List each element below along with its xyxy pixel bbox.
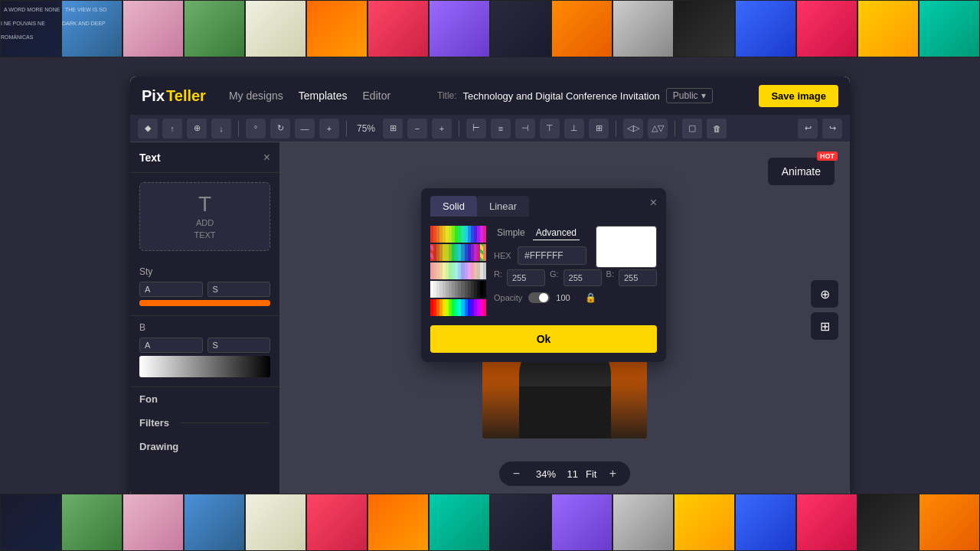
bg-gradient-preview — [139, 356, 270, 377]
strip-thumb: THE VIEW IS SO DARK AND DEEP — [61, 0, 122, 57]
zoom-out-button[interactable]: − — [508, 465, 525, 482]
align-right[interactable]: ⊣ — [515, 119, 535, 139]
strip-thumb — [674, 0, 735, 57]
cp-close-button[interactable]: × — [650, 196, 657, 210]
font-label: Fon — [139, 393, 158, 405]
cp-mode-advanced[interactable]: Advanced — [533, 226, 580, 240]
zoom-in-button[interactable]: + — [604, 465, 621, 482]
nav-editor[interactable]: Editor — [363, 90, 391, 102]
opacity-slider-toggle[interactable] — [528, 292, 550, 303]
palette-row-4 — [430, 281, 486, 298]
cp-header: Solid Linear × — [421, 188, 666, 217]
add-text-button[interactable]: T ADD TEXT — [139, 182, 270, 251]
rotate-tool[interactable]: ° — [246, 119, 266, 139]
color-palette — [430, 226, 486, 318]
toolbar-separator — [459, 121, 459, 136]
shape-tool[interactable]: ◆ — [138, 119, 158, 139]
swatch[interactable] — [483, 226, 486, 243]
flip-v[interactable]: △▽ — [648, 119, 668, 139]
hex-input[interactable] — [518, 246, 586, 265]
undo[interactable]: ↩ — [798, 119, 818, 139]
drawing-section-toggle[interactable]: Drawing — [130, 435, 279, 458]
distribute[interactable]: ⊞ — [589, 119, 609, 139]
strip-thumb-bottom — [122, 494, 184, 551]
strip-thumb — [122, 0, 184, 57]
align-left[interactable]: ⊢ — [466, 119, 486, 139]
strip-thumb — [184, 0, 245, 57]
frame-tool[interactable]: ▢ — [682, 119, 702, 139]
minus-zoom[interactable]: − — [407, 119, 427, 139]
canvas-action-btn-1[interactable]: ⊕ — [811, 280, 838, 308]
style-input-a[interactable]: A — [139, 282, 203, 297]
ok-button[interactable]: Ok — [430, 325, 657, 353]
move-up-tool[interactable]: ↑ — [162, 119, 182, 139]
style-input-s[interactable]: S — [207, 282, 271, 297]
align-center[interactable]: ≡ — [491, 119, 511, 139]
zoom-number: 11 — [567, 468, 578, 480]
app-toolbar: ◆ ↑ ⊕ ↓ ° ↻ — + 75% ⊞ − + ⊢ ≡ ⊣ ⊤ ⊥ ⊞ ◁▷… — [130, 115, 850, 142]
nav-templates[interactable]: Templates — [299, 90, 348, 102]
text-label: TEXT — [194, 230, 215, 240]
opacity-row: Opacity 100 🔒 — [494, 292, 657, 303]
animate-button[interactable]: HOT Animate — [768, 158, 835, 185]
align-top[interactable]: ⊤ — [540, 119, 560, 139]
panel-title: Text — [139, 152, 161, 164]
strip-thumb-bottom — [0, 494, 61, 551]
swatch[interactable] — [483, 244, 486, 261]
strip-thumb — [245, 0, 306, 57]
color-picker-popup: Solid Linear × — [421, 188, 666, 362]
plus-zoom[interactable]: + — [432, 119, 452, 139]
strip-thumb-bottom — [184, 494, 245, 551]
g-input[interactable] — [564, 269, 602, 286]
main-nav: My designs Templates Editor — [229, 90, 390, 102]
swatch[interactable] — [483, 281, 486, 298]
filters-section-toggle[interactable]: Filters — [130, 411, 279, 435]
drawing-label: Drawing — [139, 441, 178, 452]
cp-controls: Simple Advanced HEX R: — [494, 226, 657, 318]
title-label: Title: — [437, 90, 457, 101]
visibility-dropdown[interactable]: Public ▾ — [666, 88, 713, 103]
strip-thumb-bottom — [674, 494, 735, 551]
strip-thumb-bottom — [61, 494, 122, 551]
app-frame: PixTeller My designs Templates Editor Ti… — [130, 77, 850, 497]
lock-icon: 🔒 — [585, 292, 596, 303]
save-image-button[interactable]: Save image — [759, 85, 838, 107]
move-down-tool[interactable]: ↓ — [211, 119, 231, 139]
bg-input-a[interactable]: A — [139, 337, 203, 353]
swatch[interactable] — [483, 299, 486, 316]
cp-body: Simple Advanced HEX R: — [421, 217, 666, 362]
cp-tab-solid[interactable]: Solid — [430, 196, 477, 217]
swatch[interactable] — [483, 262, 486, 279]
strip-thumb — [551, 0, 612, 57]
zoom-fit-button[interactable]: Fit — [586, 468, 596, 480]
canvas-action-btn-2[interactable]: ⊞ — [811, 312, 838, 340]
canvas-area[interactable]: TECH CONFERENCE LONDON, MAY 26 ALEX SMIT… — [279, 142, 850, 497]
nav-my-designs[interactable]: My designs — [229, 90, 283, 102]
bg-input-s[interactable]: S — [207, 337, 271, 353]
delete-tool[interactable]: 🗑 — [707, 119, 727, 139]
font-section-toggle[interactable]: Fon — [130, 387, 279, 411]
strip-thumb-bottom — [368, 494, 429, 551]
top-image-strip: A WORD MORE NONE I NE POUVAIS NE ROMÁNIC… — [0, 0, 980, 57]
r-input[interactable] — [507, 269, 545, 286]
grid-tool[interactable]: ⊞ — [383, 119, 403, 139]
strip-thumb-bottom — [429, 494, 490, 551]
cp-tab-linear[interactable]: Linear — [477, 196, 529, 217]
b-input[interactable] — [619, 269, 657, 286]
toolbar-separator — [238, 121, 239, 136]
cp-mode-simple[interactable]: Simple — [494, 226, 528, 240]
align-middle[interactable]: ⊥ — [564, 119, 584, 139]
strip-thumb-bottom — [735, 494, 796, 551]
text-icon: T — [198, 194, 211, 215]
flip-h[interactable]: ◁▷ — [623, 119, 643, 139]
color-swatch[interactable] — [139, 300, 270, 306]
zoom-percentage: 75% — [354, 123, 378, 134]
plus-tool[interactable]: + — [319, 119, 339, 139]
redo[interactable]: ↪ — [822, 119, 842, 139]
panel-close-button[interactable]: × — [263, 151, 270, 165]
move-tool[interactable]: ⊕ — [187, 119, 207, 139]
animate-label: Animate — [782, 165, 821, 178]
palette-row-3 — [430, 262, 486, 279]
minus-tool[interactable]: — — [295, 119, 315, 139]
refresh-tool[interactable]: ↻ — [270, 119, 290, 139]
